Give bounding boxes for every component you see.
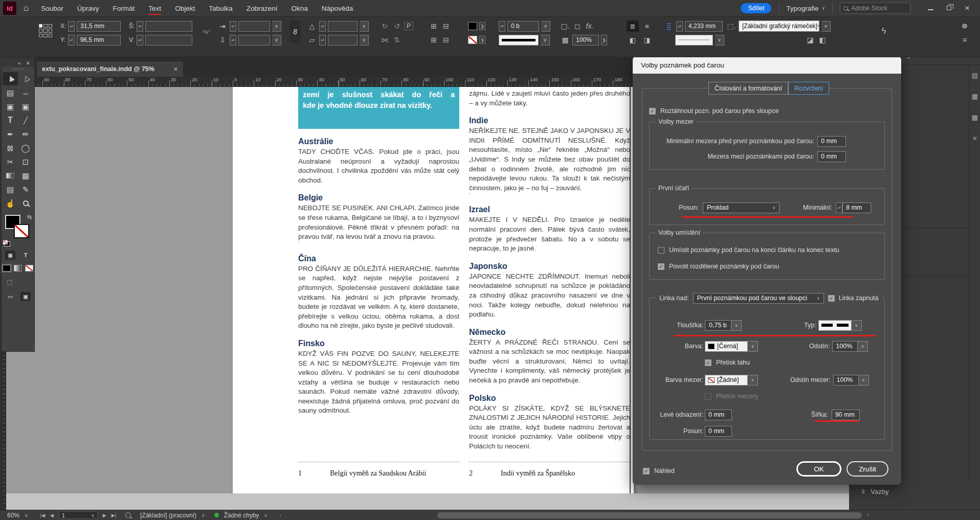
text-wrap-jump-icon[interactable]: ◨ <box>641 34 653 46</box>
frame-grid-icon[interactable]: ⬚̇ <box>7 279 12 286</box>
zoom-tool[interactable] <box>18 196 33 210</box>
chevron-down-icon[interactable]: ∨ <box>272 35 281 46</box>
links-panel-header[interactable]: ∞ Vazby <box>849 481 980 510</box>
chevron-down-icon[interactable]: ∨ <box>852 320 862 331</box>
stroke-weight-field[interactable]: 0 b <box>507 21 539 32</box>
swap-fill-stroke-icon[interactable]: ⇆ <box>27 214 32 220</box>
left-indent-field[interactable]: 0 mm <box>705 410 732 420</box>
height-field[interactable] <box>145 35 192 46</box>
style-override-icon[interactable]: ◪ <box>805 36 815 44</box>
rotate-ccw-icon[interactable]: ↺ <box>392 22 402 30</box>
formatting-affects-container-button[interactable]: ▣ <box>5 251 15 260</box>
chevron-down-icon[interactable]: ∨ <box>748 375 758 386</box>
place-end-of-story-checkbox[interactable] <box>658 247 664 254</box>
stroke-weight-stepper[interactable]: ▴▾ <box>499 21 505 32</box>
preview-checkbox[interactable]: ✓ <box>643 468 650 474</box>
chevron-down-icon[interactable]: ∨ <box>264 513 268 518</box>
preview-view-button[interactable]: ▣ <box>20 292 31 301</box>
corner-options-icon[interactable]: ▢. <box>560 22 570 30</box>
transparency-icon[interactable]: ▩ <box>560 36 570 44</box>
type-tool[interactable]: T <box>3 114 18 127</box>
text-column-1[interactable]: zemí je slušnost skákat do řeči a kde je… <box>298 87 459 493</box>
clear-override-icon[interactable]: ◧ <box>817 36 828 44</box>
zoom-chevron-icon[interactable]: ∨ <box>25 513 28 518</box>
tint-field[interactable]: 100% <box>832 341 858 352</box>
width-field[interactable] <box>145 21 192 32</box>
scroll-right-icon[interactable]: › <box>867 512 868 517</box>
text-wrap-bounding-icon[interactable]: ≡ <box>641 20 653 32</box>
document-tab[interactable]: extu_pokracovani_finale.indd @ 75% ✕ <box>37 61 183 77</box>
menu-zobrazeni[interactable]: Zobrazení <box>247 1 278 16</box>
x-stepper[interactable]: ▴▾ <box>68 21 75 32</box>
cancel-button[interactable]: Zrušit <box>847 461 888 477</box>
eyedropper-tool[interactable]: ✎ <box>18 183 33 196</box>
menu-napoveda[interactable]: Nápověda <box>322 1 353 16</box>
panel-menu-icon[interactable]: ≡ <box>960 36 970 44</box>
workspace-switcher[interactable]: Typografie∨ <box>786 5 825 12</box>
text-wrap-none-icon[interactable]: ≣ <box>627 20 639 32</box>
corner-radius-stepper[interactable]: ▴▾ <box>676 21 683 32</box>
rule-color-dropdown[interactable]: [Černá] <box>705 341 748 352</box>
menu-tabulka[interactable]: Tabulka <box>209 1 233 16</box>
preflight-profile[interactable]: [Základní] (pracovní) <box>140 512 196 519</box>
error-status[interactable]: Žádné chyby <box>224 512 259 519</box>
close-button[interactable]: ✕ <box>964 5 971 12</box>
corner-radius-field[interactable]: 4,233 mm <box>685 21 723 32</box>
frame-style-dropdown[interactable] <box>675 35 713 46</box>
rule-width-field[interactable]: 90 mm <box>832 410 860 420</box>
menu-okna[interactable]: Okna <box>292 1 308 16</box>
stroke-color-swatch[interactable] <box>14 224 29 238</box>
link-scale-chain-icon[interactable]: 8 <box>289 20 301 43</box>
normal-view-button[interactable]: ▭ <box>5 292 15 301</box>
scale-y-stepper[interactable]: ▴▾ <box>230 35 236 46</box>
chevron-down-icon[interactable]: ∨ <box>360 35 369 46</box>
rotation-stepper[interactable]: ▴▾ <box>319 21 326 32</box>
overprint-stroke-checkbox[interactable]: ✓ <box>705 359 711 366</box>
apply-gradient-button[interactable] <box>14 265 22 272</box>
collapse-panel-icon[interactable]: « <box>18 60 21 66</box>
gear-icon[interactable]: ☸ <box>960 22 970 30</box>
close-tab-icon[interactable]: ✕ <box>173 66 178 73</box>
stroke-arrow-icon[interactable]: ❯ <box>479 36 485 44</box>
tab-numbering-formatting[interactable]: Číslování a formátování <box>708 82 788 95</box>
swatches-panel-icon[interactable]: ▩ <box>972 114 978 121</box>
min-space-field[interactable]: 0 mm <box>817 136 846 147</box>
page-tool[interactable]: ▤ <box>3 86 18 99</box>
content-collector-tool[interactable]: ▣ <box>3 100 18 113</box>
shear-field[interactable] <box>328 35 358 46</box>
zoom-level[interactable]: 60% <box>7 512 19 519</box>
chevron-down-icon[interactable]: ∨ <box>731 320 742 331</box>
flip-vertical-icon[interactable]: ⇅ <box>392 36 402 44</box>
content-placer-tool[interactable]: ▣ <box>18 100 33 113</box>
menu-upravy[interactable]: Úpravy <box>77 1 99 16</box>
x-field[interactable]: 31,5 mm <box>77 21 121 32</box>
scale-x-field[interactable] <box>238 21 270 32</box>
effects-fx-icon[interactable]: fx. <box>585 22 595 30</box>
hand-tool[interactable]: ☝ <box>3 196 18 210</box>
overprint-gap-checkbox[interactable] <box>705 393 711 400</box>
fill-swatch[interactable] <box>468 22 477 30</box>
page-number-field[interactable]: 1∨ <box>59 511 98 519</box>
panel-grip[interactable] <box>2 67 34 71</box>
tab-layout[interactable]: Rozvržení <box>788 82 829 95</box>
restore-button[interactable] <box>945 5 952 12</box>
constrain-broken-chain-icon[interactable]: ∞̸ <box>199 26 212 37</box>
gap-tool[interactable]: ⇔ <box>18 86 33 99</box>
select-next-icon[interactable]: ⊟ <box>441 36 451 44</box>
chevron-down-icon[interactable]: ∨ <box>858 341 868 352</box>
highlighted-text-frame[interactable]: zemí je slušnost skákat do řeči a kde je… <box>298 87 459 129</box>
y-field[interactable]: 96,5 mm <box>77 35 121 46</box>
apply-color-button[interactable] <box>3 265 11 272</box>
chevron-down-icon[interactable]: ∨ <box>360 21 369 32</box>
minimize-button[interactable] <box>927 5 934 12</box>
menu-soubor[interactable]: Soubor <box>41 1 63 16</box>
previous-page-button[interactable]: ◀ <box>50 513 54 518</box>
corner-shape-icon[interactable]: ◻ <box>572 22 583 30</box>
ok-button[interactable]: OK <box>796 461 841 477</box>
close-panel-icon[interactable]: ✕ <box>26 60 30 66</box>
first-page-button[interactable]: |◀ <box>40 513 45 518</box>
frame-tool[interactable]: ⊠ <box>3 141 18 154</box>
allow-split-footnotes-checkbox[interactable]: ✓ <box>658 263 664 270</box>
scale-x-stepper[interactable]: ▴▾ <box>230 21 236 32</box>
document-page[interactable]: zemí je slušnost skákat do řeči a kde je… <box>233 87 634 493</box>
